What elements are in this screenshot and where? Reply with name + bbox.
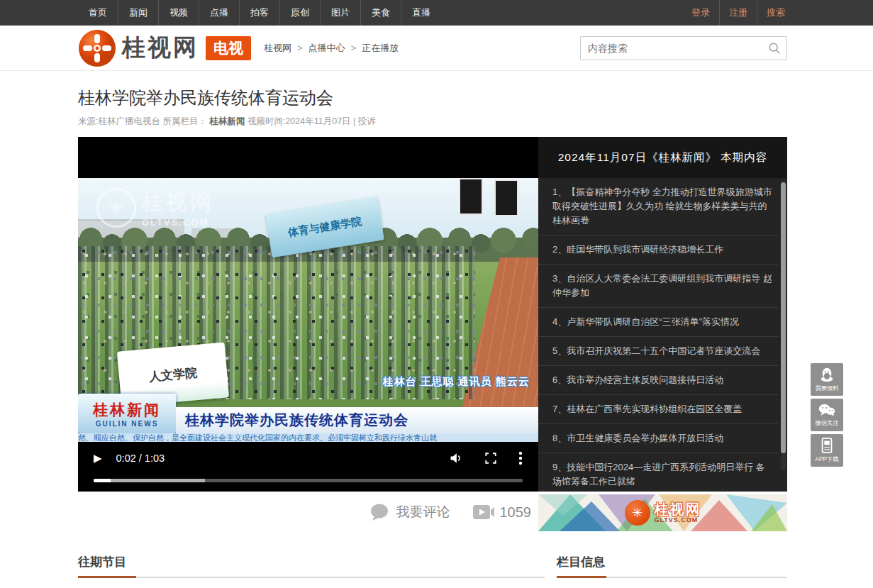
site-logo[interactable]: 桂视网 电视 [78, 29, 251, 67]
playlist-item[interactable]: 7、桂林在广西率先实现科协组织在园区全覆盖 [538, 395, 779, 424]
nav-item-home[interactable]: 首页 [78, 0, 118, 26]
video-count-icon [473, 504, 494, 520]
video-time-label: 视频时间:2024年11月07日 [248, 116, 351, 126]
playlist-item[interactable]: 6、我市举办经营主体反映问题接待日活动 [538, 366, 779, 395]
nav-item-original[interactable]: 原创 [279, 0, 320, 26]
section-underline [78, 577, 545, 578]
logo-text: 桂视网 [122, 32, 199, 64]
ad-logo: ✳ 桂视网 GLTVS.COM [538, 494, 787, 531]
playlist-item[interactable]: 5、我市召开庆祝第二十五个中国记者节座谈交流会 [538, 337, 779, 366]
app-download-button[interactable]: APP下载 [811, 434, 843, 467]
playlist-items: 1、【振奋精神争分夺秒 全力推动打造世界级旅游城市取得突破性进展】久久为功 绘就… [538, 178, 787, 492]
view-count-number: 1059 [500, 504, 532, 521]
comment-label: 我要评论 [396, 503, 450, 521]
guilin-news-logo: 桂林新闻 GUILIN NEWS [78, 394, 176, 433]
breadcrumb-vod-center[interactable]: 点播中心 [308, 42, 345, 55]
past-programs-heading: 往期节目 [78, 554, 545, 577]
top-nav-bar: 首页 新闻 视频 点播 拍客 原创 图片 美食 直播 登录 注册 搜索 [0, 0, 873, 26]
watermark-logo-icon: ✳ [96, 188, 136, 228]
floating-action-bar: 我要报料 微信关注 APP下载 [811, 363, 843, 470]
content-search-box [580, 36, 787, 60]
breadcrumb-separator: > [297, 43, 303, 53]
playlist-item[interactable]: 3、自治区人大常委会法工委调研组到我市调研指导 赵仲华参加 [538, 265, 779, 308]
login-link[interactable]: 登录 [682, 0, 719, 26]
news-banner-title: 桂林学院举办民族传统体育运动会 [176, 407, 538, 433]
column-label: 所属栏目： [162, 116, 207, 126]
register-link[interactable]: 注册 [719, 0, 757, 26]
scrollbar-thumb[interactable] [781, 182, 786, 453]
search-link[interactable]: 搜索 [757, 0, 794, 26]
section-underline [557, 577, 787, 578]
nav-item-pictures[interactable]: 图片 [320, 0, 360, 26]
news-lower-third: 桂林新闻 GUILIN NEWS 桂林学院举办民族传统体育运动会 [78, 394, 538, 433]
wechat-icon [818, 403, 835, 417]
column-info-heading: 栏目信息 [557, 554, 787, 577]
video-controls: ▶ 0:02 / 1:03 [78, 442, 538, 492]
volume-icon[interactable] [449, 451, 463, 465]
app-download-label: APP下载 [815, 455, 838, 463]
news-logo-title: 桂林新闻 [93, 400, 161, 420]
article-meta: 来源:桂林广播电视台 所属栏目： 桂林新闻 视频时间:2024年11月07日 |… [78, 116, 787, 128]
wechat-follow-button[interactable]: 微信关注 [811, 399, 843, 431]
breadcrumb-home[interactable]: 桂视网 [264, 42, 291, 55]
breadcrumb-now-playing: 正在播放 [362, 42, 399, 55]
site-header: 桂视网 电视 桂视网 > 点播中心 > 正在播放 [0, 26, 873, 71]
ad-logo-icon: ✳ [625, 500, 650, 526]
playlist-header: 2024年11月07日《桂林新闻》 本期内容 [538, 137, 787, 178]
playlist-item[interactable]: 9、技能中国行2024—走进广西系列活动明日举行 各场馆筹备工作已就绪 [538, 453, 779, 492]
report-clue-label: 我要报料 [815, 384, 838, 392]
phone-icon [821, 438, 833, 453]
department-sign [459, 178, 483, 215]
tv-channel-badge: 电视 [206, 36, 251, 60]
nav-item-live[interactable]: 直播 [401, 0, 441, 26]
play-button[interactable]: ▶ [94, 452, 102, 465]
gltvs-watermark: ✳ 桂视网 GLTVS.COM [96, 188, 214, 228]
fullscreen-icon[interactable] [484, 452, 497, 465]
report-clue-button[interactable]: 我要报料 [811, 363, 843, 396]
news-logo-sub: GUILIN NEWS [96, 420, 159, 428]
nav-item-news[interactable]: 新闻 [118, 0, 158, 26]
gltvs-ad-banner[interactable]: ✳ 桂视网 GLTVS.COM [538, 494, 787, 531]
nav-item-paike[interactable]: 拍客 [239, 0, 279, 26]
watermark-sub: GLTVS.COM [142, 217, 214, 228]
search-input[interactable] [581, 43, 762, 54]
page-title: 桂林学院举办民族传统体育运动会 [78, 87, 787, 109]
time-display: 0:02 / 1:03 [116, 453, 165, 464]
view-count: 1059 [473, 504, 532, 521]
comment-bar: 我要评论 1059 [78, 492, 538, 533]
department-sign [494, 179, 518, 216]
report-link[interactable]: 投诉 [358, 116, 376, 126]
episode-playlist-panel: 2024年11月07日《桂林新闻》 本期内容 1、【振奋精神争分夺秒 全力推动打… [538, 137, 787, 492]
progress-bar[interactable] [94, 479, 523, 482]
more-options-icon[interactable] [518, 451, 523, 465]
ad-logo-sub: GLTVS.COM [655, 517, 701, 524]
reporter-credit: 桂林台 王思聪 通讯员 熊云云 [382, 375, 530, 389]
breadcrumb: 桂视网 > 点播中心 > 正在播放 [264, 42, 399, 55]
meta-divider: | [353, 116, 355, 126]
search-icon[interactable] [762, 37, 786, 60]
source-label: 来源:桂林广播电视台 [78, 116, 160, 126]
qq-icon [819, 367, 835, 382]
comment-button[interactable]: 我要评论 [369, 503, 450, 521]
nav-item-video[interactable]: 视频 [158, 0, 199, 26]
playlist-scrollbar [781, 181, 786, 470]
ad-logo-title: 桂视网 [655, 501, 701, 517]
column-link[interactable]: 桂林新闻 [209, 116, 245, 126]
playlist-item[interactable]: 4、卢新华带队调研自治区“三张清单”落实情况 [538, 308, 779, 337]
wechat-follow-label: 微信关注 [815, 418, 838, 427]
playlist-item[interactable]: 1、【振奋精神争分夺秒 全力推动打造世界级旅游城市取得突破性进展】久久为功 绘就… [538, 178, 779, 235]
playlist-item[interactable]: 2、眭国华带队到我市调研经济稳增长工作 [538, 235, 779, 265]
speech-bubble-icon [369, 503, 389, 521]
gltvs-logo-icon [78, 29, 116, 67]
video-player[interactable]: 体育与健康学院 人文学院 ✳ 桂视网 GLTVS.COM 桂林台 王思聪 通讯员… [78, 137, 538, 492]
breadcrumb-separator: > [351, 43, 357, 53]
nav-item-food[interactable]: 美食 [360, 0, 401, 26]
nav-item-vod[interactable]: 点播 [199, 0, 239, 26]
watermark-title: 桂视网 [142, 188, 214, 217]
playlist-item[interactable]: 8、市卫生健康委员会举办媒体开放日活动 [538, 424, 779, 453]
played-segment [94, 479, 111, 482]
